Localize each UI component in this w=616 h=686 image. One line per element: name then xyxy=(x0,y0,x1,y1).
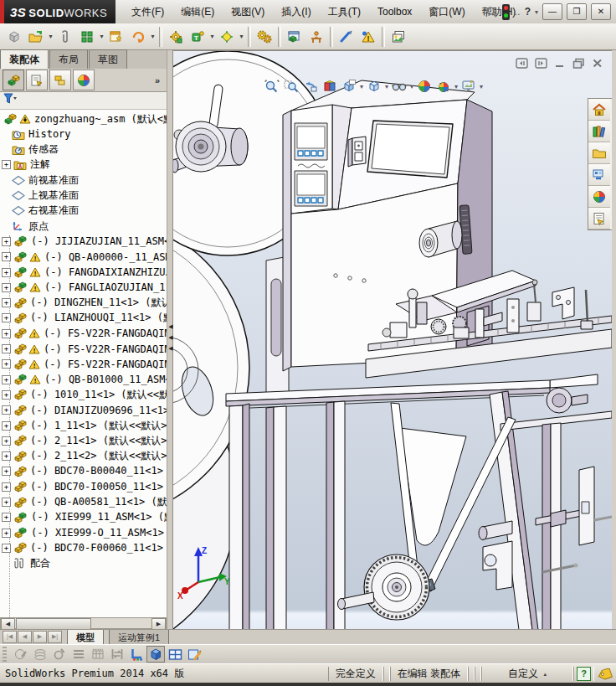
expand-icon[interactable]: + xyxy=(2,359,11,369)
tree-item[interactable]: +!(-) FS-V22R-FANGDAQIMOI xyxy=(0,326,167,341)
restore-button[interactable]: ❐ xyxy=(567,3,587,20)
tree-item[interactable]: +!(-) QB-B01000_11_ASM<1> xyxy=(0,372,167,387)
tree-item[interactable]: +(-) XIE999-O_11_ASM<1> (默 xyxy=(0,525,167,540)
commandmanager-tab-other[interactable]: 布局 xyxy=(49,49,88,69)
resource-monitor-icon[interactable] xyxy=(502,4,510,20)
assembly-features-icon[interactable] xyxy=(165,26,187,48)
apply-scene-icon[interactable] xyxy=(435,78,452,95)
tree-item[interactable]: +(-) LIANZHOUQI_11<1> (默认 xyxy=(0,311,167,326)
expand-icon[interactable]: + xyxy=(2,467,11,476)
tree-item[interactable]: +(-) DIANJIZU09696_11<1> ( xyxy=(0,403,167,418)
status-custom-dropdown[interactable]: 自定义 ▴ xyxy=(481,667,573,681)
tree-item[interactable]: +(-) BDC70-I00050_11<1> (默 xyxy=(0,479,167,494)
appearances-scenes-icon[interactable] xyxy=(588,186,610,208)
move-component-dropdown-icon[interactable]: ▾ xyxy=(149,33,157,40)
appearance-frames-icon[interactable] xyxy=(388,26,409,48)
save-layout-icon[interactable] xyxy=(185,646,203,663)
tree-item[interactable]: 传感器 xyxy=(0,142,167,157)
tab-scroll-2[interactable]: ▶ xyxy=(33,631,47,643)
key-axis-icon[interactable] xyxy=(127,646,146,663)
previous-view-icon[interactable] xyxy=(302,78,319,95)
tab-scroll-3[interactable]: ▶| xyxy=(48,631,62,643)
toolbar-grip[interactable] xyxy=(3,647,7,662)
interference-detection-icon[interactable]: ! xyxy=(357,26,379,48)
featuremanager-tree-icon[interactable] xyxy=(3,70,24,90)
insert-component-icon[interactable] xyxy=(25,26,47,48)
tree-item[interactable]: 上视基准面 xyxy=(0,188,167,204)
workspace-icon[interactable] xyxy=(305,26,327,48)
expand-icon[interactable]: + xyxy=(2,283,11,292)
expand-icon[interactable]: + xyxy=(2,421,11,431)
expand-icon[interactable]: + xyxy=(2,313,11,322)
design-library-icon[interactable] xyxy=(588,121,610,142)
tree-item[interactable]: +!(-) FANGLIAOZUJIAN_11_A xyxy=(0,280,167,295)
propertymanager-icon[interactable] xyxy=(26,70,48,90)
expand-icon[interactable]: + xyxy=(2,375,11,384)
menu-window[interactable]: 窗口(W) xyxy=(421,3,472,22)
filter-driving-icon[interactable] xyxy=(31,646,49,663)
expand-icon[interactable]: + xyxy=(2,544,11,553)
help-dropdown-icon[interactable]: ▾ xyxy=(535,8,538,16)
tree-item[interactable]: +(-) JIJIAZUJIAN_11_ASM<1> xyxy=(0,234,167,249)
tree-item[interactable]: +!(-) FS-V22R-FANGDAQIMOI xyxy=(0,342,167,357)
tree-item[interactable]: +(-) XIE999_11_ASM<1> (默认 xyxy=(0,510,167,525)
measure-icon[interactable] xyxy=(336,26,357,48)
sketch-icon[interactable] xyxy=(216,26,238,48)
tree-item[interactable]: +(-) 1010_11<1> (默认<<默认 xyxy=(0,387,167,402)
tree-item[interactable]: +(-) BDC70-F00060_11<1> (默 xyxy=(0,540,167,555)
panel-splitter[interactable]: ◀ ◀ ◀ xyxy=(167,50,173,629)
tree-item[interactable]: 原点 xyxy=(0,219,167,234)
exploded-view-icon[interactable] xyxy=(254,26,275,48)
help-icon[interactable]: ? xyxy=(525,6,531,18)
tree-item[interactable]: +!(-) FS-V22R-FANGDAQIMOI xyxy=(0,357,167,372)
expand-icon[interactable]: + xyxy=(2,160,11,169)
scrollbar-thumb[interactable] xyxy=(16,618,91,630)
hide-show-items-dropdown-icon[interactable]: ▾ xyxy=(410,83,413,90)
tree-item[interactable]: +(-) 2_11<1> (默认<<默认>_ xyxy=(0,433,167,448)
custom-properties-icon[interactable] xyxy=(588,208,610,230)
tree-item[interactable]: +!(-) FANGDAIXIANZHIZUJIA xyxy=(0,265,167,280)
tree-horizontal-scrollbar[interactable]: ◀ ▶ xyxy=(0,617,167,629)
results-table-icon[interactable] xyxy=(166,646,184,663)
child-close-icon[interactable] xyxy=(592,58,603,69)
edit-appearance-icon[interactable] xyxy=(416,78,433,95)
reference-geometry-dropdown-icon[interactable]: ▾ xyxy=(208,33,216,40)
linear-component-pattern-dropdown-icon[interactable]: ▾ xyxy=(98,33,105,40)
displaymanager-icon[interactable] xyxy=(73,70,95,90)
expand-icon[interactable]: + xyxy=(2,237,11,246)
tree-item[interactable]: +(-) QB-A00581_11<1> (默认 xyxy=(0,495,167,510)
child-minimize-icon[interactable] xyxy=(554,58,566,69)
minimize-button[interactable]: — xyxy=(542,3,562,20)
menu-insert[interactable]: 插入(I) xyxy=(274,3,318,22)
search-icon[interactable] xyxy=(485,6,498,18)
section-view-icon[interactable] xyxy=(321,78,338,95)
apply-scene-dropdown-icon[interactable]: ▾ xyxy=(454,83,458,90)
file-explorer-icon[interactable] xyxy=(588,142,610,164)
insert-component-dropdown-icon[interactable]: ▾ xyxy=(47,33,54,40)
view-settings-icon[interactable] xyxy=(460,78,477,95)
filter-selected-icon[interactable] xyxy=(50,646,69,663)
tree-item[interactable]: +!(-) QB-A00000-_11_ASM<1 xyxy=(0,250,167,265)
flip-time-range-icon[interactable] xyxy=(108,646,126,663)
reference-geometry-icon[interactable]: T xyxy=(187,26,208,48)
mate-icon[interactable] xyxy=(54,26,76,48)
expand-icon[interactable]: + xyxy=(2,436,11,446)
tree-item[interactable]: History xyxy=(0,126,167,142)
scroll-left-icon[interactable]: ◀ xyxy=(1,618,15,630)
menu-toolbox[interactable]: Toolbox xyxy=(370,3,419,20)
tab-scroll-1[interactable]: ◀ xyxy=(18,631,32,643)
menu-tools[interactable]: 工具(T) xyxy=(321,3,368,22)
configurationmanager-icon[interactable] xyxy=(49,70,71,90)
tree-item[interactable]: +(-) 1_11<1> (默认<<默认>_ xyxy=(0,418,167,433)
expand-icon[interactable]: + xyxy=(2,529,11,538)
tree-item[interactable]: +A注解 xyxy=(0,157,167,173)
menu-edit[interactable]: 编辑(E) xyxy=(173,3,222,22)
expand-icon[interactable]: + xyxy=(2,390,11,400)
orientation-cube-icon[interactable] xyxy=(146,646,165,663)
sketch-dropdown-icon[interactable]: ▾ xyxy=(238,33,245,40)
expand-icon[interactable]: + xyxy=(2,451,11,461)
smart-fasteners-icon[interactable] xyxy=(105,26,127,48)
menu-file[interactable]: 文件(F) xyxy=(124,3,172,22)
filter-animation-icon[interactable] xyxy=(12,646,30,663)
commandmanager-tab-other[interactable]: 草图 xyxy=(89,49,127,69)
